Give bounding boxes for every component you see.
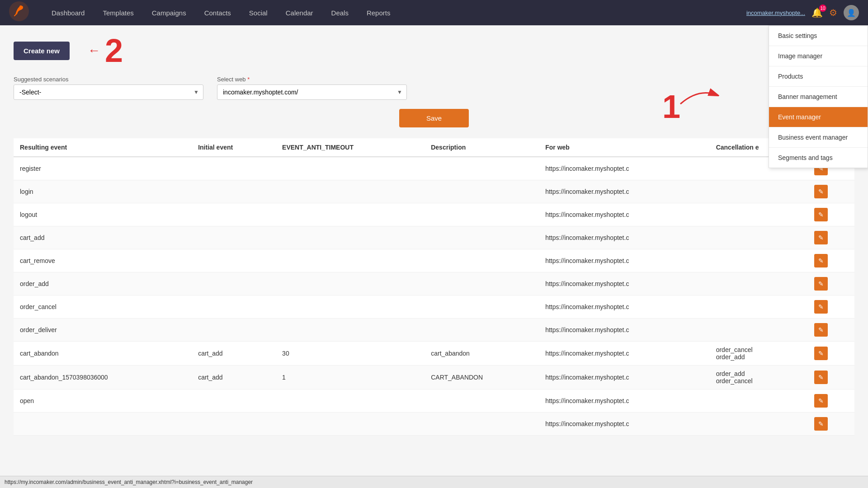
- cell-resulting: open: [14, 389, 192, 413]
- edit-button[interactable]: ✎: [814, 185, 828, 198]
- edit-button[interactable]: ✎: [814, 417, 828, 431]
- col-for-web: For web: [539, 138, 709, 157]
- table-row: login https://incomaker.myshoptet.c ✎: [14, 180, 854, 203]
- cell-description: [425, 296, 539, 319]
- cell-action: ✎: [808, 203, 854, 226]
- annotation-2: 2: [105, 34, 123, 67]
- edit-button[interactable]: ✎: [814, 300, 828, 314]
- bell-icon[interactable]: 🔔 10: [811, 7, 823, 18]
- left-arrow-icon: ←: [88, 43, 100, 58]
- edit-button[interactable]: ✎: [814, 254, 828, 267]
- nav-contacts[interactable]: Contacts: [195, 0, 240, 25]
- nav-dashboard[interactable]: Dashboard: [42, 0, 94, 25]
- nav-right: incomaker.myshopte... 🔔 10 ⚙ 👤: [746, 5, 859, 20]
- cell-web: https://incomaker.myshoptet.c: [539, 366, 709, 389]
- events-table: Resulting event Initial event EVENT_ANTI…: [14, 138, 854, 436]
- nav-templates[interactable]: Templates: [94, 0, 142, 25]
- dropdown-item-segments-and-tags[interactable]: Segments and tags: [769, 148, 868, 168]
- cell-description: [425, 203, 539, 226]
- cell-action: ✎: [808, 342, 854, 366]
- cell-initial: [192, 249, 276, 272]
- cell-description: [425, 319, 539, 342]
- cell-resulting: cart_abandon: [14, 342, 192, 366]
- cell-cancellation: [710, 249, 808, 272]
- cell-resulting: [14, 413, 192, 436]
- cell-action: ✎: [808, 389, 854, 413]
- cell-timeout: [276, 157, 425, 180]
- cell-cancellation: [710, 296, 808, 319]
- cell-initial: [192, 226, 276, 249]
- cell-resulting: cart_remove: [14, 249, 192, 272]
- table-row: cart_add https://incomaker.myshoptet.c ✎: [14, 226, 854, 249]
- cell-web: https://incomaker.myshoptet.c: [539, 272, 709, 296]
- col-resulting-event: Resulting event: [14, 138, 192, 157]
- cell-description: [425, 249, 539, 272]
- dropdown-item-event-manager[interactable]: Event manager: [769, 107, 868, 127]
- save-area: Save: [14, 109, 854, 127]
- suggested-select[interactable]: -Select-: [14, 84, 203, 100]
- dropdown-item-business-event-manager[interactable]: Business event manager: [769, 127, 868, 148]
- suggested-label: Suggested scenarios: [14, 76, 203, 83]
- nav-social[interactable]: Social: [240, 0, 277, 25]
- save-button[interactable]: Save: [399, 109, 469, 127]
- dropdown-item-banner-management[interactable]: Banner management: [769, 87, 868, 107]
- edit-button[interactable]: ✎: [814, 208, 828, 221]
- nav-deals[interactable]: Deals: [322, 0, 358, 25]
- cell-resulting: register: [14, 157, 192, 180]
- dropdown-item-basic-settings[interactable]: Basic settings: [769, 26, 868, 46]
- nav-reports[interactable]: Reports: [358, 0, 400, 25]
- cell-timeout: [276, 249, 425, 272]
- nav-campaigns[interactable]: Campaigns: [143, 0, 195, 25]
- cell-description: [425, 413, 539, 436]
- dropdown-item-products[interactable]: Products: [769, 66, 868, 87]
- web-select-wrapper: incomaker.myshoptet.com/ ▼: [217, 84, 407, 100]
- cell-description: [425, 272, 539, 296]
- cell-description: [425, 180, 539, 203]
- dropdown-item-image-manager[interactable]: Image manager: [769, 46, 868, 66]
- gear-icon[interactable]: ⚙: [829, 7, 837, 18]
- cell-initial: [192, 272, 276, 296]
- svg-point-1: [19, 5, 22, 8]
- cell-timeout: [276, 319, 425, 342]
- cell-description: [425, 226, 539, 249]
- suggested-scenarios-group: Suggested scenarios -Select- ▼: [14, 76, 203, 100]
- cell-initial: [192, 389, 276, 413]
- main-content: Create new ← 2 Suggested scenarios -Sele…: [0, 25, 868, 474]
- cell-description: [425, 157, 539, 180]
- cell-web: https://incomaker.myshoptet.c: [539, 180, 709, 203]
- cell-resulting: cart_add: [14, 226, 192, 249]
- table-row: https://incomaker.myshoptet.c ✎: [14, 413, 854, 436]
- select-web-group: Select web * incomaker.myshoptet.com/ ▼: [217, 76, 407, 100]
- form-row: Suggested scenarios -Select- ▼ Select we…: [14, 76, 854, 100]
- web-select[interactable]: incomaker.myshoptet.com/: [217, 84, 407, 100]
- edit-button[interactable]: ✎: [814, 371, 828, 384]
- edit-button[interactable]: ✎: [814, 277, 828, 291]
- user-link[interactable]: incomaker.myshopte...: [746, 9, 805, 16]
- cell-cancellation: [710, 389, 808, 413]
- edit-button[interactable]: ✎: [814, 323, 828, 337]
- suggested-select-wrapper: -Select- ▼: [14, 84, 203, 100]
- table-row: logout https://incomaker.myshoptet.c ✎: [14, 203, 854, 226]
- edit-button[interactable]: ✎: [814, 394, 828, 408]
- avatar[interactable]: 👤: [844, 5, 859, 20]
- edit-button[interactable]: ✎: [814, 231, 828, 244]
- cell-web: https://incomaker.myshoptet.c: [539, 249, 709, 272]
- cell-initial: [192, 203, 276, 226]
- edit-button[interactable]: ✎: [814, 347, 828, 360]
- cell-description: [425, 389, 539, 413]
- cell-web: https://incomaker.myshoptet.c: [539, 226, 709, 249]
- table-row: order_deliver https://incomaker.myshopte…: [14, 319, 854, 342]
- cell-timeout: [276, 413, 425, 436]
- table-row: order_add https://incomaker.myshoptet.c …: [14, 272, 854, 296]
- nav-calendar[interactable]: Calendar: [277, 0, 322, 25]
- table-row: cart_remove https://incomaker.myshoptet.…: [14, 249, 854, 272]
- cell-cancellation: [710, 180, 808, 203]
- cell-cancellation: [710, 319, 808, 342]
- table-row: cart_abandon cart_add 30 cart_abandon ht…: [14, 342, 854, 366]
- svg-point-0: [9, 1, 29, 21]
- logo[interactable]: [9, 1, 29, 24]
- cell-web: https://incomaker.myshoptet.c: [539, 413, 709, 436]
- col-description: Description: [425, 138, 539, 157]
- nav-links: Dashboard Templates Campaigns Contacts S…: [42, 0, 746, 25]
- create-new-button[interactable]: Create new: [14, 42, 70, 60]
